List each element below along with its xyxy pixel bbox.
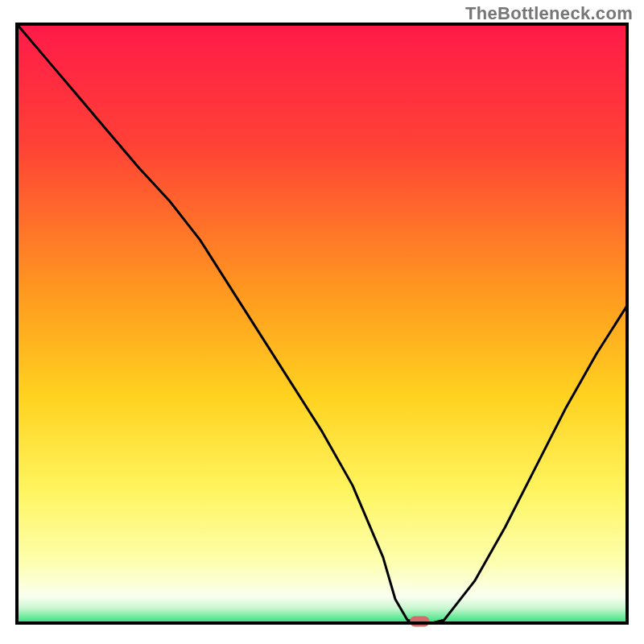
plot-background [17,24,627,623]
bottleneck-chart [0,0,644,644]
chart-stage: TheBottleneck.com [0,0,644,644]
watermark-text: TheBottleneck.com [465,3,633,24]
